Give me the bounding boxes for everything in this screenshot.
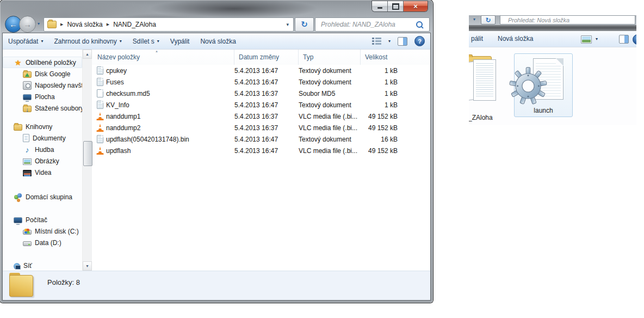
file-name: updflash(050420131748).bin (106, 136, 234, 143)
sidebar-item-local-disk-c[interactable]: Místní disk (C:) (3, 225, 82, 237)
folder-item-label: D_ZAloha (469, 114, 498, 121)
organize-button[interactable]: Uspořádat ▾ (3, 33, 48, 49)
new-folder-button[interactable]: Nová složka (195, 33, 241, 49)
file-size: 16 kB (361, 136, 403, 143)
column-header-type-label: Typ (303, 53, 313, 61)
file-name: nanddump1 (106, 113, 234, 120)
second-explorer-fragment: ▾ ↻ pálit Nová složka ▾ ? D_ZAloha (469, 15, 636, 125)
address-bar-row: ← → ▾ ▶ Nová složka ▶ NAND_ZAloha ▾ ↻ (0, 15, 433, 33)
share-with-button[interactable]: Sdílet s ▾ (127, 33, 165, 49)
window-controls: × (372, 1, 428, 11)
file-date: 5.4.2013 16:47 (234, 78, 299, 86)
desktop-icon (23, 94, 32, 100)
view-dropdown-icon[interactable]: ▾ (388, 39, 391, 44)
file-item-label: launch (515, 107, 572, 114)
refresh-icon: ↻ (485, 16, 491, 24)
column-header-size-label: Velikost (365, 53, 387, 61)
search-input[interactable] (500, 17, 635, 23)
refresh-button[interactable]: ↻ (295, 17, 314, 32)
scrollbar-thumb[interactable] (83, 141, 92, 166)
preview-pane-icon[interactable] (619, 35, 629, 44)
maximize-button[interactable] (388, 1, 404, 11)
column-header-date[interactable]: Datum změny (234, 50, 299, 65)
search-icon (416, 21, 423, 28)
breadcrumb-item-nand-zaloha[interactable]: NAND_ZAloha (113, 21, 156, 28)
sidebar-item-videos[interactable]: Videa (3, 167, 82, 178)
sidebar-item-documents[interactable]: Dokumenty (3, 132, 82, 144)
file-row-kv-info[interactable]: KV_Info 5.4.2013 16:47 Textový dokument … (92, 99, 430, 111)
burn-button[interactable]: Vypálit (165, 33, 195, 49)
folder-item-nand-zaloha[interactable]: D_ZAloha (469, 55, 504, 108)
preview-pane-icon[interactable] (398, 37, 407, 46)
column-header-size[interactable]: Velikost (361, 50, 403, 65)
command-toolbar: Uspořádat ▾ Zahrnout do knihovny ▾ Sdíle… (3, 33, 430, 50)
sidebar-scrollbar[interactable]: ▲ ▼ (82, 50, 92, 271)
file-name: KV_Info (106, 101, 234, 109)
sidebar-label: Plocha (35, 93, 55, 101)
search-input[interactable] (315, 21, 416, 28)
libraries-icon (14, 124, 22, 131)
chevron-down-icon: ▾ (41, 39, 43, 44)
file-item-launch-selected[interactable]: launch (514, 53, 573, 117)
file-row-nanddump1[interactable]: nanddump1 5.4.2013 16:37 VLC media file … (92, 111, 430, 122)
new-folder-button[interactable]: Nová složka (498, 35, 533, 42)
change-view-icon[interactable] (372, 38, 381, 45)
sidebar-item-data-d[interactable]: Data (D:) (3, 237, 82, 248)
help-icon[interactable]: ? (633, 34, 636, 45)
minimize-button[interactable] (372, 1, 388, 11)
network-icon (14, 263, 20, 270)
file-type: VLC media file (.bi... (299, 113, 361, 120)
breadcrumb[interactable]: ▶ Nová složka ▶ NAND_ZAloha ▾ (44, 17, 294, 32)
sidebar-item-downloads[interactable]: Stažené soubory (3, 102, 82, 114)
change-view-icon[interactable] (581, 35, 592, 44)
column-headers: ▲ Název položky Datum změny Typ Velikost (92, 50, 430, 65)
sidebar-label: Disk Google (35, 70, 70, 78)
refresh-button[interactable]: ↻ (481, 15, 496, 25)
sidebar-item-libraries[interactable]: Knihovny (3, 121, 82, 132)
sidebar-item-desktop[interactable]: Plocha (3, 91, 82, 102)
sidebar-item-pictures[interactable]: Obrázky (3, 155, 82, 167)
recent-pages-dropdown[interactable]: ▾ (38, 21, 40, 26)
address-dropdown-icon[interactable]: ▾ (473, 17, 475, 22)
include-in-library-button[interactable]: Zahrnout do knihovny ▾ (48, 33, 127, 49)
file-row-fuses[interactable]: Fuses 5.4.2013 16:47 Textový dokument 1 … (92, 76, 430, 88)
column-header-name-label: Název položky (97, 53, 140, 61)
address-dropdown-icon[interactable]: ▾ (286, 22, 289, 27)
file-date: 5.4.2013 16:37 (234, 90, 299, 97)
sidebar-item-homegroup[interactable]: Domácí skupina (3, 191, 82, 203)
sidebar-label: Místní disk (C:) (35, 228, 79, 235)
column-header-type[interactable]: Typ (299, 50, 361, 65)
search-box (500, 15, 635, 25)
file-row-updflash[interactable]: updflash 5.4.2013 16:47 VLC media file (… (92, 145, 430, 156)
scroll-up-button[interactable]: ▲ (83, 50, 92, 59)
close-button[interactable]: × (404, 1, 428, 11)
file-row-nanddump2[interactable]: nanddump2 5.4.2013 16:37 VLC media file … (92, 122, 430, 133)
sidebar-label: Hudba (35, 146, 54, 154)
breadcrumb-separator-icon: ▶ (60, 22, 63, 27)
breadcrumb-item-nova-slozka[interactable]: Nová složka (67, 21, 102, 28)
text-file-icon (97, 78, 103, 86)
sidebar-item-recent-places[interactable]: Naposledy navští (3, 80, 82, 91)
forward-button[interactable]: → (19, 16, 36, 33)
file-date: 5.4.2013 16:47 (234, 147, 299, 155)
sidebar-item-computer[interactable]: Počítač (3, 214, 82, 225)
scroll-down-button[interactable]: ▼ (83, 261, 92, 271)
file-type: Textový dokument (299, 136, 361, 143)
column-header-name[interactable]: Název položky (92, 50, 234, 65)
sidebar-item-favorites[interactable]: ★ Oblíbené položky (3, 57, 82, 68)
file-row-updflash-bin[interactable]: updflash(050420131748).bin 5.4.2013 16:4… (92, 133, 430, 145)
chevron-down-icon: ▾ (120, 39, 122, 44)
view-dropdown-icon[interactable]: ▾ (596, 36, 598, 41)
file-name: checksum.md5 (106, 90, 234, 97)
homegroup-icon (14, 193, 22, 201)
file-list: ▲ Název položky Datum změny Typ Velikost… (92, 50, 430, 271)
file-row-cpukey[interactable]: cpukey 5.4.2013 16:47 Textový dokument 1… (92, 65, 430, 76)
sidebar-item-music[interactable]: ♪ Hudba (3, 144, 82, 155)
file-row-checksum-md5[interactable]: checksum.md5 5.4.2013 16:37 Soubor MD5 1… (92, 88, 430, 99)
title-bar[interactable]: × (0, 0, 433, 15)
sidebar-item-network[interactable]: Síť (3, 260, 82, 271)
sidebar-item-google-drive[interactable]: Disk Google (3, 68, 82, 80)
burn-button-partial[interactable]: pálit (471, 35, 483, 42)
help-icon[interactable]: ? (414, 36, 425, 46)
share-with-label: Sdílet s (133, 38, 154, 45)
